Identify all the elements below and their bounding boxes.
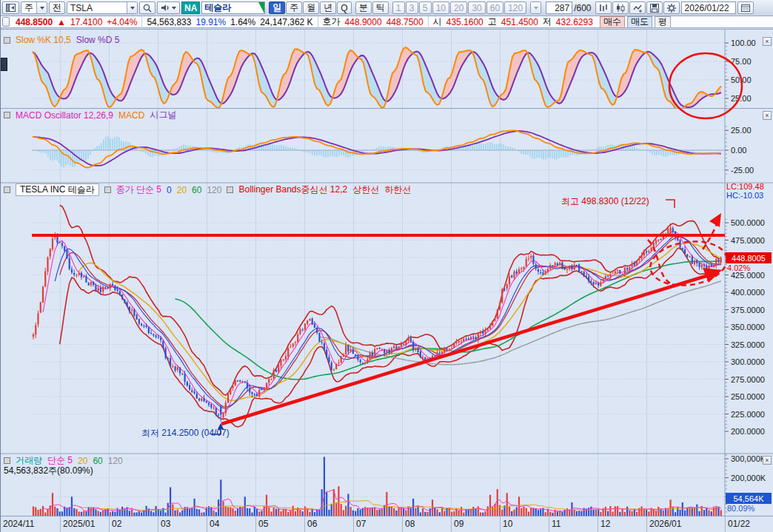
date-axis-label: 2024/11 [1,516,60,532]
period-button-월[interactable]: 월 [303,1,319,14]
low-label: 저 [543,16,552,28]
svg-text:0.00: 0.00 [731,146,746,155]
sell-button[interactable]: 매도 [627,16,652,28]
buy-button[interactable]: 매수 [600,16,625,28]
panel-borders [1,30,773,516]
ask-price: 448.9000 [345,17,382,27]
avg-button[interactable]: 평 [655,16,671,28]
date-axis-label: 05 [255,516,304,532]
interval-combo[interactable] [530,1,541,14]
close-icon[interactable]: × [763,456,772,465]
date-axis-label: 2025/01 [60,516,109,532]
svg-text:275.0000: 275.0000 [731,375,765,384]
period-button-년[interactable]: 년 [320,1,336,14]
svg-text:250.0000: 250.0000 [731,392,765,401]
price-change: 17.4100 [70,17,102,27]
save-button[interactable] [646,1,663,14]
bar-count-input[interactable]: 287 [546,1,572,14]
macd-series [32,130,725,167]
current-volume-badge: 54,564K [726,493,772,504]
turnover-pct: 19.91% [195,17,226,27]
chevron-down-icon[interactable] [127,2,137,13]
period-button-일[interactable]: 일 [269,1,285,14]
interval-button-60[interactable]: 60 [486,1,503,14]
minute-tick-group: 분틱 [355,1,389,14]
interval-button-30[interactable]: 30 [468,1,485,14]
interval-button-20[interactable]: 20 [450,1,467,14]
speaker-icon [161,4,170,12]
bid-price: 448.7500 [386,17,424,27]
date-axis-label: 03 [158,516,207,532]
interval-button-10[interactable]: 10 [432,1,449,14]
bar-total-label: /600 [574,3,591,13]
search-icon [143,4,152,13]
volume-value: 54,563,833 [147,17,191,27]
chart-type-button[interactable] [595,1,612,14]
close-icon[interactable]: × [763,111,772,120]
chevron-down-icon[interactable] [36,2,47,13]
date-axis-label: 04 [207,516,255,532]
minute-tick-button-틱[interactable]: 틱 [372,1,389,14]
svg-text:100.00: 100.00 [731,38,756,47]
stock-name: 테슬라 [204,1,231,14]
sound-button[interactable] [157,1,180,14]
high-price: 451.4500 [501,17,538,27]
price-panel-series [43,206,721,428]
jeon-button[interactable]: 전 [49,1,65,14]
current-price-badge: 448.8005 [726,252,772,263]
up-arrow-icon: ▲ [57,17,66,27]
info-toggle-button[interactable] [2,17,10,27]
drawn-annotations [32,53,742,424]
date-axis-label: 12 [598,516,646,532]
volume-bars [33,457,722,516]
bar-chart-icon [599,4,608,12]
search-button[interactable] [139,1,155,14]
interval-button-1[interactable]: 1 [392,1,405,14]
trendline-icon [633,4,642,13]
calendar-button[interactable] [737,1,754,14]
svg-text:425.0000: 425.0000 [731,271,765,280]
date-axis-corner-label: 01/22 [725,516,773,532]
corner-flag-icon [258,2,264,13]
market-badge: NA [181,1,200,14]
svg-text:400.0000: 400.0000 [731,288,765,297]
symbol-combo[interactable]: TSLA [67,1,138,14]
interval-button-3[interactable]: 3 [406,1,418,14]
svg-text:500.0000: 500.0000 [731,218,765,227]
svg-text:225.0000: 225.0000 [731,410,765,419]
chart-canvas[interactable]: 100.0075.0050.0025.0025.000.00-25.00500.… [1,28,773,532]
panel-resize-handle[interactable] [1,58,7,71]
date-axis-label: 07 [353,516,402,532]
period-combo[interactable]: 주 [21,1,47,14]
candlestick-icon [616,4,625,13]
interval-group: 13510203060120 [392,1,526,14]
open-price: 435.1600 [446,17,483,27]
date-axis-label: 10 [500,516,549,532]
minute-tick-button-분[interactable]: 분 [355,1,372,14]
stock-name-field[interactable]: 테슬라 [201,1,265,14]
svg-text:25.00: 25.00 [731,126,752,135]
svg-text:475.0000: 475.0000 [731,236,765,245]
save-icon [650,4,659,13]
high-label: 고 [488,16,497,28]
interval-button-120[interactable]: 120 [504,1,526,14]
chevron-down-icon [531,2,541,13]
svg-text:300.0000: 300.0000 [731,357,765,366]
date-axis-label: 09 [451,516,500,532]
panel-toggle-button[interactable] [2,1,19,14]
period-button-Q[interactable]: Q [337,1,351,14]
svg-text:325.0000: 325.0000 [731,340,765,349]
settings-button[interactable] [663,1,680,14]
symbol-input[interactable]: TSLA [67,3,96,13]
date-axis-label: 06 [304,516,353,532]
calendar-icon [741,4,750,12]
interval-button-5[interactable]: 5 [419,1,432,14]
close-icon[interactable]: × [763,37,772,46]
period-group: 일주월년Q [269,1,351,14]
period-combo-value: 주 [21,1,36,14]
date-input[interactable]: 2026/01/22 [681,1,736,14]
period-button-주[interactable]: 주 [286,1,302,14]
chevron-down-icon [172,7,176,10]
candle-tool-button[interactable] [612,1,629,14]
trendline-tool-button[interactable] [629,1,646,14]
